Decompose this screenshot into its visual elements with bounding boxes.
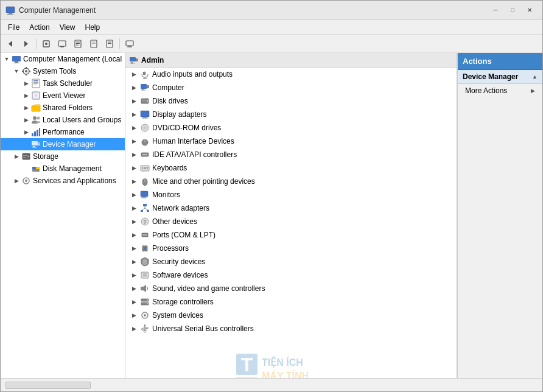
toolbar-monitor-btn[interactable] <box>122 37 137 51</box>
device-hid[interactable]: ▶ Human Interface Devices <box>125 135 457 148</box>
toolbar-btn-1[interactable] <box>39 37 54 51</box>
audio-expand[interactable]: ▶ <box>129 69 139 79</box>
disk-expand[interactable] <box>21 164 31 173</box>
hid-expand[interactable]: ▶ <box>129 136 139 146</box>
toolbar-btn-5[interactable] <box>102 37 117 51</box>
tree-disk-management[interactable]: Disk Management <box>1 163 125 175</box>
svg-rect-7 <box>58 41 66 46</box>
device-usb[interactable]: ▶ Universal Serial Bus controllers <box>125 322 457 335</box>
device-sound[interactable]: ▶ Sound, video and game controllers <box>125 282 457 295</box>
minimize-button[interactable]: ─ <box>488 4 503 16</box>
tree-event-viewer[interactable]: ▶ ! Event Viewer <box>1 89 125 102</box>
device-disk[interactable]: ▶ Disk drives <box>125 94 457 108</box>
storage-ctrl-expand[interactable]: ▶ <box>129 297 139 307</box>
network-label: Network adapters <box>152 204 209 212</box>
toolbar-btn-3[interactable] <box>71 37 85 51</box>
device-keyboard[interactable]: ▶ Keyboards <box>125 161 457 175</box>
device-mice[interactable]: ▶ Mice and other pointing devices <box>125 175 457 188</box>
svg-rect-90 <box>142 169 143 170</box>
software-icon <box>140 270 150 280</box>
computer-expand[interactable]: ▶ <box>129 83 139 93</box>
device-ports[interactable]: ▶ Ports (COM & LPT) <box>125 228 457 242</box>
monitors-expand[interactable]: ▶ <box>129 190 139 200</box>
maximize-button[interactable]: □ <box>505 4 520 16</box>
svg-point-70 <box>147 100 148 102</box>
tree-performance[interactable]: ▶ Performance <box>1 126 125 138</box>
back-button[interactable] <box>3 37 18 51</box>
svg-rect-28 <box>26 74 27 75</box>
device-audio[interactable]: ▶ Audio inputs and outputs <box>125 68 457 81</box>
device-network[interactable]: ▶ Network adapters <box>125 201 457 215</box>
actions-panel: Actions Device Manager ▲ More Actions ▶ <box>457 53 542 378</box>
network-expand[interactable]: ▶ <box>129 203 139 213</box>
menu-file[interactable]: File <box>3 22 24 33</box>
forward-button[interactable] <box>19 37 33 51</box>
dvd-expand[interactable]: ▶ <box>129 123 139 133</box>
actions-section-device-manager[interactable]: Device Manager ▲ <box>458 70 542 84</box>
other-expand[interactable]: ▶ <box>129 217 139 226</box>
security-expand[interactable]: ▶ <box>129 257 139 267</box>
device-storage-ctrl[interactable]: ▶ Storage controllers <box>125 295 457 309</box>
svg-point-109 <box>144 234 145 236</box>
software-expand[interactable]: ▶ <box>129 270 139 280</box>
keyboard-expand[interactable]: ▶ <box>129 163 139 173</box>
device-display[interactable]: ▶ Display adapters <box>125 108 457 121</box>
device-dvd[interactable]: ▶ DVD/CD-ROM drives <box>125 121 457 135</box>
storage-expand[interactable]: ▶ <box>12 152 21 161</box>
device-processors[interactable]: ▶ Processors <box>125 242 457 255</box>
device-monitors[interactable]: ▶ Monitors <box>125 188 457 201</box>
actions-more-actions[interactable]: More Actions ▶ <box>458 84 542 97</box>
svg-rect-82 <box>142 154 144 155</box>
device-ide[interactable]: ▶ IDE ATA/ATAPI controllers <box>125 148 457 161</box>
sound-expand[interactable]: ▶ <box>129 284 139 293</box>
menu-action[interactable]: Action <box>24 22 54 33</box>
root-expand-icon[interactable]: ▼ <box>2 54 12 64</box>
tree-storage[interactable]: ▶ Storage <box>1 150 125 163</box>
tree-device-manager[interactable]: Device Manager <box>1 138 125 150</box>
disk-expand-d[interactable]: ▶ <box>129 96 139 106</box>
tree-task-scheduler[interactable]: ▶ Task Scheduler <box>1 77 125 89</box>
toolbar-btn-4[interactable] <box>86 37 101 51</box>
hid-icon <box>140 136 150 146</box>
device-security[interactable]: ▶ Security devices <box>125 255 457 268</box>
tree-system-tools[interactable]: ▼ System Tools <box>1 65 125 77</box>
shared-expand[interactable]: ▶ <box>21 103 31 113</box>
event-expand[interactable]: ▶ <box>21 91 31 100</box>
svg-rect-136 <box>236 377 257 378</box>
svg-rect-96 <box>141 191 148 197</box>
device-software[interactable]: ▶ Software devices <box>125 268 457 282</box>
devmgr-expand[interactable] <box>21 139 31 149</box>
close-button[interactable]: ✕ <box>522 4 538 16</box>
device-computer[interactable]: ▶ Computer <box>125 81 457 94</box>
ide-expand[interactable]: ▶ <box>129 150 139 159</box>
ports-expand[interactable]: ▶ <box>129 230 139 240</box>
system-tools-expand[interactable]: ▼ <box>12 66 21 76</box>
services-icon <box>21 176 31 186</box>
task-expand[interactable]: ▶ <box>21 79 31 88</box>
event-label: Event Viewer <box>43 91 85 100</box>
svg-point-125 <box>147 303 148 304</box>
display-expand[interactable]: ▶ <box>129 110 139 119</box>
services-expand[interactable]: ▶ <box>12 176 21 186</box>
usb-expand[interactable]: ▶ <box>129 324 139 334</box>
system-expand[interactable]: ▶ <box>129 310 139 320</box>
device-other[interactable]: ▶ ? Other devices <box>125 215 457 228</box>
tree-local-users[interactable]: ▶ Local Users and Groups <box>1 114 125 126</box>
device-system[interactable]: ▶ System devices <box>125 309 457 322</box>
proc-expand[interactable]: ▶ <box>129 243 139 253</box>
status-scrollbar[interactable] <box>5 382 91 389</box>
toolbar-btn-2[interactable] <box>55 37 69 51</box>
tree-root[interactable]: ▼ Computer Management (Local <box>1 53 125 65</box>
users-expand[interactable]: ▶ <box>21 115 31 125</box>
svg-rect-88 <box>145 167 147 168</box>
perf-expand[interactable]: ▶ <box>21 127 31 137</box>
tree-shared-folders[interactable]: ▶ Shared Folders <box>1 102 125 114</box>
tree-services[interactable]: ▶ Services and Applications <box>1 175 125 187</box>
perf-label: Performance <box>43 128 85 136</box>
mice-expand[interactable]: ▶ <box>129 177 139 186</box>
menu-help[interactable]: Help <box>80 22 105 33</box>
menu-view[interactable]: View <box>55 22 80 33</box>
more-actions-arrow: ▶ <box>531 88 535 94</box>
proc-icon <box>140 243 150 253</box>
svg-rect-21 <box>127 46 132 47</box>
